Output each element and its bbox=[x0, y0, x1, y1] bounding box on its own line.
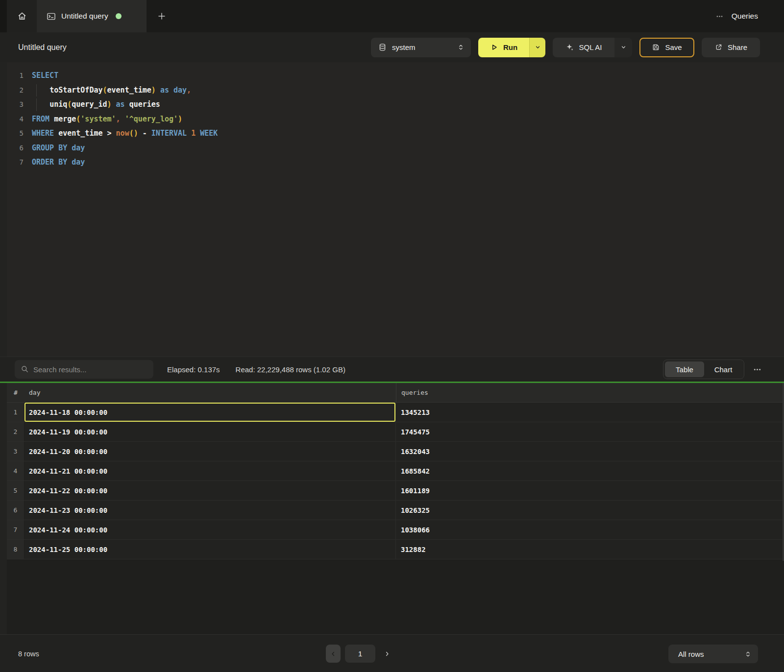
index-column-header: # bbox=[7, 389, 24, 396]
cell-day[interactable]: 2024-11-21 00:00:00 bbox=[24, 461, 395, 480]
code-line-content: SELECT bbox=[32, 69, 58, 83]
line-number: 4 bbox=[7, 112, 24, 127]
view-tab-chart[interactable]: Chart bbox=[704, 361, 742, 377]
results-options-icon[interactable] bbox=[753, 365, 761, 374]
row-number[interactable]: 8 bbox=[7, 540, 24, 559]
tab-bar: Untitled query Queries bbox=[0, 0, 784, 32]
code-line[interactable]: 6GROUP BY day bbox=[7, 141, 784, 156]
run-button-group: Run bbox=[478, 38, 545, 57]
code-line[interactable]: 2 toStartOfDay(event_time) as day, bbox=[7, 83, 784, 98]
line-number: 1 bbox=[7, 69, 24, 83]
sparkles-icon bbox=[565, 43, 574, 52]
share-button[interactable]: Share bbox=[702, 38, 760, 57]
save-button[interactable]: Save bbox=[639, 38, 694, 57]
next-page-button[interactable] bbox=[380, 645, 394, 663]
sql-editor[interactable]: 1SELECT2 toStartOfDay(event_time) as day… bbox=[7, 62, 784, 357]
overflow-menu-icon[interactable] bbox=[716, 13, 723, 20]
sql-ai-label: SQL AI bbox=[579, 43, 602, 51]
row-number[interactable]: 4 bbox=[7, 461, 24, 480]
cell-day[interactable]: 2024-11-22 00:00:00 bbox=[24, 481, 395, 500]
table-row: 42024-11-21 00:00:001685842 bbox=[7, 461, 784, 481]
results-toolbar: Elapsed: 0.137s Read: 22,229,488 rows (1… bbox=[0, 357, 784, 382]
code-line[interactable]: 3 uniq(query_id) as queries bbox=[7, 97, 784, 112]
cell-queries[interactable]: 312882 bbox=[395, 540, 784, 559]
table-header-row: # day queries bbox=[7, 383, 784, 403]
results-footer: 8 rows 1 All rows bbox=[0, 634, 784, 672]
current-page-button[interactable]: 1 bbox=[345, 645, 375, 663]
home-button[interactable] bbox=[7, 0, 37, 32]
previous-page-button[interactable] bbox=[326, 645, 341, 663]
view-tab-table[interactable]: Table bbox=[665, 361, 704, 377]
table-row: 22024-11-19 00:00:001745475 bbox=[7, 422, 784, 442]
tab-title: Untitled query bbox=[61, 12, 108, 21]
tab-untitled-query[interactable]: Untitled query bbox=[37, 0, 147, 32]
window-edge bbox=[0, 0, 7, 32]
code-line-content: FROM merge('system', '^query_log') bbox=[32, 112, 182, 127]
table-row: 52024-11-22 00:00:001601189 bbox=[7, 481, 784, 501]
line-number: 3 bbox=[7, 97, 24, 112]
results-table: # day queries 12024-11-18 00:00:00134521… bbox=[7, 383, 784, 634]
search-results-field bbox=[15, 360, 153, 379]
code-line[interactable]: 1SELECT bbox=[7, 69, 784, 83]
sql-console-app: Untitled query Queries Untitled query bbox=[0, 0, 784, 672]
row-number[interactable]: 3 bbox=[7, 442, 24, 461]
run-options-button[interactable] bbox=[529, 38, 545, 57]
updown-chevron-icon bbox=[457, 44, 465, 51]
cell-day[interactable]: 2024-11-18 00:00:00 bbox=[24, 403, 395, 422]
line-number: 7 bbox=[7, 155, 24, 170]
table-row: 62024-11-23 00:00:001026325 bbox=[7, 501, 784, 520]
cell-queries[interactable]: 1026325 bbox=[395, 501, 784, 520]
elapsed-stat: Elapsed: 0.137s bbox=[167, 365, 220, 374]
chevron-right-icon bbox=[384, 650, 391, 657]
play-icon bbox=[490, 43, 498, 51]
page-size-selector[interactable]: All rows bbox=[668, 645, 758, 663]
cell-day[interactable]: 2024-11-25 00:00:00 bbox=[24, 540, 395, 559]
cell-queries[interactable]: 1745475 bbox=[395, 422, 784, 441]
cell-queries[interactable]: 1632043 bbox=[395, 442, 784, 461]
cell-queries[interactable]: 1038066 bbox=[395, 520, 784, 539]
line-number: 6 bbox=[7, 141, 24, 156]
database-selector[interactable]: system bbox=[371, 38, 471, 57]
database-icon bbox=[378, 43, 387, 51]
sql-ai-button[interactable]: SQL AI bbox=[553, 38, 614, 57]
page-size-value: All rows bbox=[678, 650, 744, 658]
cell-queries[interactable]: 1345213 bbox=[395, 403, 784, 422]
queries-link[interactable]: Queries bbox=[732, 12, 758, 21]
code-line[interactable]: 7ORDER BY day bbox=[7, 155, 784, 170]
table-row: 82024-11-25 00:00:00312882 bbox=[7, 540, 784, 559]
plus-icon bbox=[157, 12, 166, 21]
sql-ai-button-group: SQL AI bbox=[553, 38, 632, 57]
code-line-content: ORDER BY day bbox=[32, 155, 85, 170]
table-row: 72024-11-24 00:00:001038066 bbox=[7, 520, 784, 540]
code-line[interactable]: 4FROM merge('system', '^query_log') bbox=[7, 112, 784, 127]
updown-chevron-icon bbox=[744, 650, 752, 658]
cell-queries[interactable]: 1601189 bbox=[395, 481, 784, 500]
indent-guide bbox=[36, 84, 37, 97]
row-number[interactable]: 6 bbox=[7, 501, 24, 520]
database-name: system bbox=[392, 43, 452, 51]
new-tab-button[interactable] bbox=[147, 0, 177, 32]
table-row: 32024-11-20 00:00:001632043 bbox=[7, 442, 784, 461]
column-header-day[interactable]: day bbox=[24, 389, 396, 396]
row-number[interactable]: 5 bbox=[7, 481, 24, 500]
terminal-icon bbox=[47, 12, 56, 21]
toolbar-actions: system Run bbox=[371, 38, 760, 57]
row-number[interactable]: 1 bbox=[7, 403, 24, 422]
search-results-input[interactable] bbox=[15, 360, 153, 379]
cell-day[interactable]: 2024-11-24 00:00:00 bbox=[24, 520, 395, 539]
cell-day[interactable]: 2024-11-23 00:00:00 bbox=[24, 501, 395, 520]
row-number[interactable]: 2 bbox=[7, 422, 24, 441]
sql-ai-options-button[interactable] bbox=[614, 38, 632, 57]
column-header-queries[interactable]: queries bbox=[396, 383, 784, 402]
code-line[interactable]: 5WHERE event_time > now() - INTERVAL 1 W… bbox=[7, 126, 784, 141]
view-toggle: Table Chart bbox=[663, 360, 744, 379]
code-line-content: GROUP BY day bbox=[32, 141, 85, 156]
cell-queries[interactable]: 1685842 bbox=[395, 461, 784, 480]
cell-day[interactable]: 2024-11-20 00:00:00 bbox=[24, 442, 395, 461]
cell-day[interactable]: 2024-11-19 00:00:00 bbox=[24, 422, 395, 441]
table-row: 12024-11-18 00:00:001345213 bbox=[7, 403, 784, 422]
run-button[interactable]: Run bbox=[478, 38, 529, 57]
run-label: Run bbox=[503, 43, 517, 51]
row-number[interactable]: 7 bbox=[7, 520, 24, 539]
code-line-content: uniq(query_id) as queries bbox=[32, 97, 160, 112]
